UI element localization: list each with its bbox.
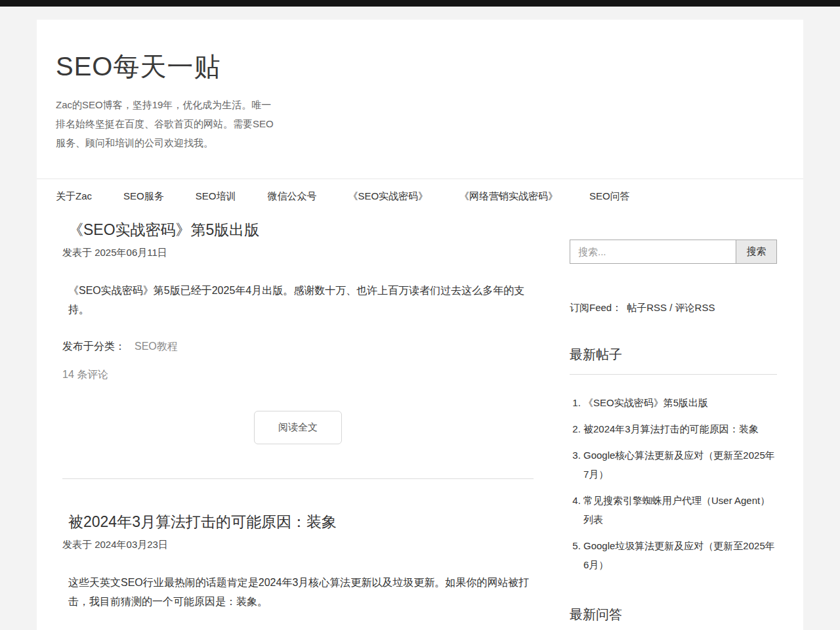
nav-item-seo-services[interactable]: SEO服务 — [123, 190, 164, 203]
nav-item-wechat[interactable]: 微信公众号 — [267, 190, 316, 203]
recent-post-link[interactable]: 被2024年3月算法打击的可能原因：装象 — [583, 423, 759, 434]
post-date: 发表于 2024年03月23日 — [62, 539, 534, 551]
site-title[interactable]: SEO每天一贴 — [56, 49, 784, 85]
post-category-line: 发布于分类：SEO教程 — [62, 340, 534, 354]
list-item: Google核心算法更新及应对（更新至2025年7月） — [583, 446, 777, 484]
category-link[interactable]: SEO教程 — [135, 341, 178, 352]
main-nav: 关于Zac SEO服务 SEO培训 微信公众号 《SEO实战密码》 《网络营销实… — [37, 178, 803, 213]
post-divider — [62, 478, 534, 479]
nav-item-about-zac[interactable]: 关于Zac — [56, 190, 92, 203]
feed-separator: / — [667, 302, 675, 313]
category-label: 发布于分类： — [62, 341, 125, 352]
feed-label: 订阅Feed： — [570, 302, 621, 313]
read-more-wrap: 阅读全文 — [62, 411, 534, 444]
recent-posts-list: 《SEO实战密码》第5版出版 被2024年3月算法打击的可能原因：装象 Goog… — [570, 393, 777, 574]
site-header: SEO每天一贴 Zac的SEO博客，坚持19年，优化成为生活。唯一排名始终坚挺在… — [37, 20, 803, 178]
page-card: SEO每天一贴 Zac的SEO博客，坚持19年，优化成为生活。唯一排名始终坚挺在… — [37, 20, 803, 630]
feed-subscribe-line: 订阅Feed：帖子RSS / 评论RSS — [570, 302, 777, 314]
post-excerpt: 这些天英文SEO行业最热闹的话题肯定是2024年3月核心算法更新以及垃圾更新。如… — [62, 573, 534, 611]
search-form: 搜索 — [570, 240, 777, 264]
list-item: 《SEO实战密码》第5版出版 — [583, 393, 777, 412]
search-input[interactable] — [570, 240, 736, 264]
list-item: Google垃圾算法更新及应对（更新至2025年6月） — [583, 536, 777, 574]
post-date: 发表于 2025年06月11日 — [62, 247, 534, 259]
recent-post-link[interactable]: 《SEO实战密码》第5版出版 — [583, 397, 708, 408]
content-wrap: 《SEO实战密码》第5版出版 发表于 2025年06月11日 《SEO实战密码》… — [37, 213, 803, 630]
recent-posts-heading: 最新帖子 — [570, 346, 777, 375]
comments-rss-link[interactable]: 评论RSS — [675, 302, 715, 313]
top-bar — [0, 0, 840, 7]
nav-item-seo-qa[interactable]: SEO问答 — [589, 190, 630, 203]
post-1: 《SEO实战密码》第5版出版 发表于 2025年06月11日 《SEO实战密码》… — [62, 220, 534, 444]
list-item: 被2024年3月算法打击的可能原因：装象 — [583, 419, 777, 438]
recent-qa-heading: 最新问答 — [570, 606, 777, 630]
posts-column: 《SEO实战密码》第5版出版 发表于 2025年06月11日 《SEO实战密码》… — [62, 220, 534, 630]
list-item: 常见搜索引擎蜘蛛用户代理（User Agent）列表 — [583, 491, 777, 529]
read-more-button[interactable]: 阅读全文 — [254, 411, 342, 444]
search-button[interactable]: 搜索 — [736, 240, 777, 264]
recent-post-link[interactable]: Google核心算法更新及应对（更新至2025年7月） — [583, 450, 775, 480]
posts-rss-link[interactable]: 帖子RSS — [627, 302, 667, 313]
post-excerpt: 《SEO实战密码》第5版已经于2025年4月出版。感谢数十万、也许上百万读者们过… — [62, 281, 534, 319]
comments-link[interactable]: 14 条评论 — [62, 368, 108, 382]
post-2: 被2024年3月算法打击的可能原因：装象 发表于 2024年03月23日 这些天… — [62, 512, 534, 611]
post-title[interactable]: 被2024年3月算法打击的可能原因：装象 — [62, 512, 534, 532]
nav-item-seo-book[interactable]: 《SEO实战密码》 — [348, 190, 428, 203]
nav-item-seo-training[interactable]: SEO培训 — [196, 190, 236, 203]
recent-post-link[interactable]: 常见搜索引擎蜘蛛用户代理（User Agent）列表 — [583, 495, 770, 525]
sidebar: 搜索 订阅Feed：帖子RSS / 评论RSS 最新帖子 《SEO实战密码》第5… — [570, 220, 777, 630]
nav-item-marketing-book[interactable]: 《网络营销实战密码》 — [459, 190, 558, 203]
site-tagline: Zac的SEO博客，坚持19年，优化成为生活。唯一排名始终坚挺在百度、谷歌首页的… — [56, 95, 280, 152]
post-title[interactable]: 《SEO实战密码》第5版出版 — [62, 220, 534, 240]
recent-post-link[interactable]: Google垃圾算法更新及应对（更新至2025年6月） — [583, 540, 775, 570]
